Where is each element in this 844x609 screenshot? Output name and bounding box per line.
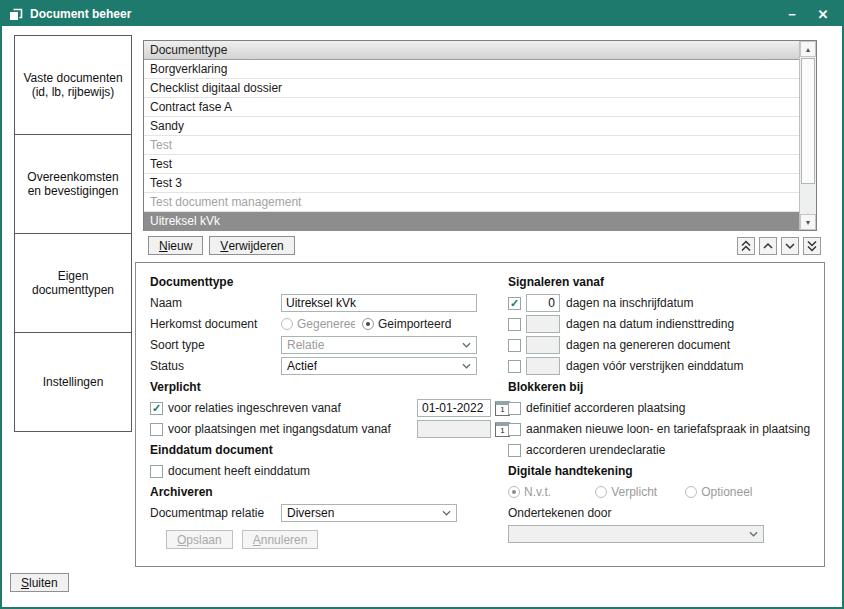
documentmap-select[interactable]: Diversen — [281, 504, 457, 522]
radio-optioneel-label: Optioneel — [701, 485, 752, 499]
signaleren-checkbox[interactable] — [508, 318, 521, 331]
chevron-up-icon — [762, 240, 774, 252]
scroll-down-icon[interactable]: ▼ — [800, 214, 816, 230]
ondertekenen-label: Ondertekenen door — [508, 503, 813, 523]
radio-geimporteerd[interactable] — [362, 318, 374, 330]
section-einddatum: Einddatum document — [150, 440, 510, 460]
close-icon-button[interactable]: ✕ — [811, 5, 835, 23]
document-beheer-dialog: Document beheer − ✕ Vaste documenten (id… — [0, 0, 844, 609]
radio-verplicht-label: Verplicht — [611, 485, 657, 499]
documentmap-label: Documentmap relatie — [150, 506, 281, 520]
documenttype-list: Documenttype Borgverklaring Checklist di… — [143, 40, 817, 231]
blokkeren-label: definitief accorderen plaatsing — [526, 401, 685, 415]
signaleren-days-input[interactable] — [526, 315, 560, 333]
chevron-down-icon — [442, 510, 451, 516]
status-select[interactable]: Actief — [281, 357, 477, 375]
signaleren-days-input[interactable] — [526, 294, 560, 312]
scroll-thumb[interactable] — [801, 58, 815, 184]
move-down-button[interactable] — [781, 237, 799, 255]
signaleren-days-input[interactable] — [526, 336, 560, 354]
radio-verplicht[interactable] — [595, 486, 607, 498]
ondertekenen-select[interactable] — [508, 525, 764, 543]
signaleren-days-input[interactable] — [526, 357, 560, 375]
blokkeren-checkbox[interactable] — [508, 423, 521, 436]
chevron-down-icon — [462, 342, 471, 348]
section-documenttype: Documenttype — [150, 272, 510, 292]
blokkeren-label: accorderen urendeclaratie — [526, 443, 665, 457]
panel-left-column: Documenttype Naam Herkomst document Gege… — [150, 272, 510, 524]
einddatum-checkbox[interactable] — [150, 465, 163, 478]
plaatsingen-vanaf-checkbox[interactable] — [150, 423, 163, 436]
radio-nvt[interactable] — [508, 486, 520, 498]
scroll-up-icon[interactable]: ▲ — [800, 41, 816, 57]
blokkeren-checkbox[interactable] — [508, 402, 521, 415]
signaleren-label: dagen na inschrijfdatum — [566, 296, 693, 310]
panel-buttons: Opslaan Annuleren — [166, 530, 318, 549]
app-icon — [9, 8, 23, 21]
delete-button[interactable]: Verwijderen — [209, 236, 294, 255]
naam-input[interactable] — [281, 294, 477, 312]
einddatum-label: document heeft einddatum — [168, 464, 310, 478]
chevron-double-down-icon — [806, 240, 818, 252]
list-row-selected[interactable]: Uitreksel kVk — [144, 212, 799, 231]
herkomst-label: Herkomst document — [150, 317, 281, 331]
reorder-controls — [737, 237, 821, 255]
minimize-button[interactable]: − — [780, 5, 804, 23]
blokkeren-label: aanmaken nieuwe loon- en tariefafspraak … — [526, 422, 813, 436]
chevron-down-icon — [749, 531, 758, 537]
naam-label: Naam — [150, 296, 281, 310]
new-button[interactable]: Nieuw — [148, 236, 203, 255]
list-row[interactable]: Checklist digitaal dossier — [144, 79, 799, 98]
section-archiveren: Archiveren — [150, 482, 510, 502]
signaleren-label: dagen na genereren document — [566, 338, 730, 352]
move-up-button[interactable] — [759, 237, 777, 255]
soort-type-select[interactable]: Relatie — [281, 336, 477, 354]
save-button[interactable]: Opslaan — [166, 530, 233, 549]
section-verplicht: Verplicht — [150, 377, 510, 397]
radio-optioneel[interactable] — [685, 486, 697, 498]
soort-type-label: Soort type — [150, 338, 281, 352]
signaleren-checkbox[interactable] — [508, 297, 521, 310]
list-row[interactable]: Sandy — [144, 117, 799, 136]
list-row[interactable]: Test — [144, 136, 799, 155]
section-digitale-handtekening: Digitale handtekening — [508, 461, 813, 481]
cancel-button[interactable]: Annuleren — [242, 530, 319, 549]
chevron-down-icon — [784, 240, 796, 252]
radio-nvt-label: N.v.t. — [524, 485, 551, 499]
signaleren-label: dagen na datum indiensttreding — [566, 317, 734, 331]
chevron-double-up-icon — [740, 240, 752, 252]
signaleren-checkbox[interactable] — [508, 339, 521, 352]
chevron-down-icon — [462, 363, 471, 369]
list-row[interactable]: Borgverklaring — [144, 60, 799, 79]
jump-bottom-button[interactable] — [803, 237, 821, 255]
list-scrollbar[interactable]: ▲ ▼ — [799, 41, 816, 230]
blokkeren-checkbox[interactable] — [508, 444, 521, 457]
panel-right-column: Signaleren vanaf dagen na inschrijfdatum… — [508, 272, 813, 545]
signaleren-checkbox[interactable] — [508, 360, 521, 373]
list-row[interactable]: Test document management — [144, 193, 799, 212]
list-header-documenttype[interactable]: Documenttype — [144, 41, 799, 60]
section-signaleren: Signaleren vanaf — [508, 272, 813, 292]
list-row[interactable]: Contract fase A — [144, 98, 799, 117]
tab-vaste-documenten[interactable]: Vaste documenten (id, lb, rijbewijs) — [14, 35, 132, 135]
plaatsingen-date-input[interactable] — [417, 420, 491, 438]
window-title: Document beheer — [30, 7, 773, 21]
plaatsingen-vanaf-label: voor plaatsingen met ingangsdatum vanaf — [168, 422, 417, 436]
detail-panel: Documenttype Naam Herkomst document Gege… — [135, 262, 825, 567]
sidebar-tabs: Vaste documenten (id, lb, rijbewijs) Ove… — [14, 36, 132, 432]
relaties-date-input[interactable] — [417, 399, 491, 417]
tab-eigen-documenttypen[interactable]: Eigen documenttypen — [14, 233, 132, 333]
radio-gegenereerd-label: Gegenereerd — [297, 317, 355, 331]
list-actions: Nieuw Verwijderen — [148, 236, 295, 255]
tab-instellingen[interactable]: Instellingen — [14, 332, 132, 432]
section-blokkeren: Blokkeren bij — [508, 377, 813, 397]
titlebar: Document beheer − ✕ — [2, 2, 842, 26]
relaties-vanaf-checkbox[interactable] — [150, 402, 163, 415]
close-dialog-button[interactable]: Sluiten — [10, 573, 69, 592]
signaleren-label: dagen vóór verstrijken einddatum — [566, 359, 743, 373]
list-row[interactable]: Test 3 — [144, 174, 799, 193]
tab-overeenkomsten[interactable]: Overeenkomsten en bevestigingen — [14, 134, 132, 234]
jump-top-button[interactable] — [737, 237, 755, 255]
radio-gegenereerd[interactable] — [281, 318, 293, 330]
list-row[interactable]: Test — [144, 155, 799, 174]
